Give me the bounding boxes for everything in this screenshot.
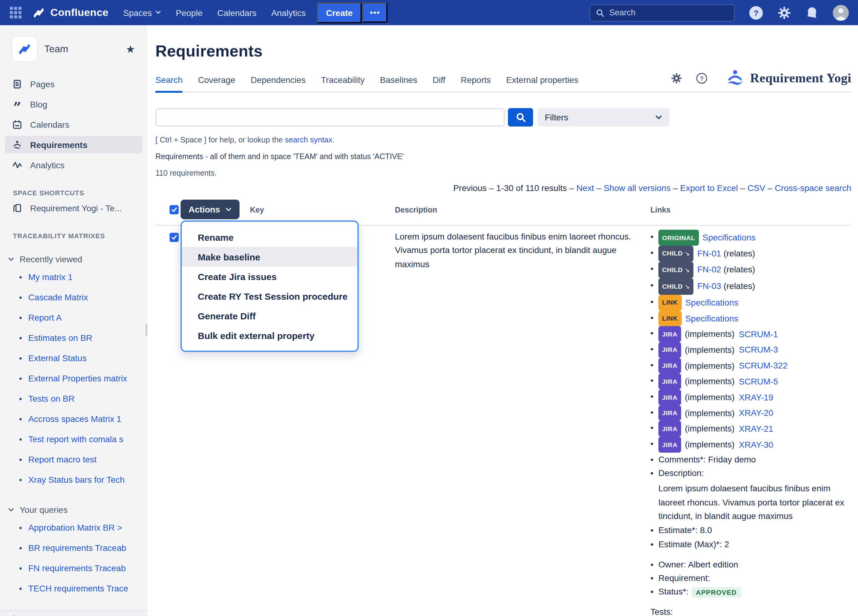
matrix-link-item: Test report with comala s bbox=[0, 429, 148, 450]
sidebar-item-requirements[interactable]: Requirements bbox=[5, 136, 143, 154]
topnav-calendars[interactable]: Calendars bbox=[211, 4, 263, 21]
matrix-link-test-report-with-comala-s[interactable]: Test report with comala s bbox=[28, 434, 123, 444]
sidebar-item-blog[interactable]: ”Blog bbox=[5, 95, 143, 113]
matrix-link-report-a[interactable]: Report A bbox=[28, 313, 62, 322]
sidebar-item-pages[interactable]: Pages bbox=[5, 75, 143, 93]
pagination-next[interactable]: Next bbox=[577, 183, 594, 193]
query-summary: Requirements - all of them and in space … bbox=[155, 152, 851, 161]
requirement-link-scrum-1[interactable]: SCRUM-1 bbox=[739, 329, 778, 339]
filters-dropdown[interactable]: Filters bbox=[538, 108, 670, 126]
search-syntax-link[interactable]: search syntax bbox=[285, 136, 332, 144]
matrix-link-tests-on-br[interactable]: Tests on BR bbox=[28, 394, 75, 403]
row-checkbox[interactable] bbox=[169, 233, 179, 242]
matrix-link-external-properties-matrix[interactable]: External Properties matrix bbox=[28, 373, 127, 383]
requirement-yogi-brand[interactable]: Requirement Yogi bbox=[726, 69, 851, 87]
requirement-link-fn-01[interactable]: FN-01 bbox=[697, 248, 721, 258]
space-logo[interactable] bbox=[12, 37, 37, 61]
matrix-link-br-requirements-traceab[interactable]: BR requirements Traceab bbox=[28, 543, 126, 553]
tab-diff[interactable]: Diff bbox=[433, 69, 446, 92]
tab-external-properties[interactable]: External properties bbox=[506, 69, 578, 92]
matrix-link-report-macro-test[interactable]: Report macro test bbox=[28, 454, 97, 464]
help-icon[interactable]: ? bbox=[748, 5, 764, 20]
menu-item-make-baseline[interactable]: Make baseline bbox=[182, 247, 358, 266]
tab-dependencies[interactable]: Dependencies bbox=[250, 69, 306, 92]
matrix-link-accross-spaces-matrix-1[interactable]: Accross spaces Matrix 1 bbox=[28, 414, 121, 424]
menu-item-rename[interactable]: Rename bbox=[182, 227, 358, 247]
requirement-link-specifications[interactable]: Specifications bbox=[685, 313, 738, 323]
requirement-search-button[interactable] bbox=[508, 108, 533, 126]
jira-badge: JIRA bbox=[658, 326, 681, 342]
property-item: Comments*: Friday demo bbox=[650, 453, 856, 466]
menu-item-generate-diff[interactable]: Generate Diff bbox=[182, 306, 358, 325]
requirement-link-xray-20[interactable]: XRAY-20 bbox=[739, 408, 773, 418]
tab-coverage[interactable]: Coverage bbox=[198, 69, 235, 92]
sidebar-items: Pages”BlogCalendarsRequirementsAnalytics bbox=[0, 75, 148, 174]
pagination-separator: – bbox=[765, 183, 775, 193]
notifications-bell-icon[interactable] bbox=[805, 5, 819, 20]
tab-reports[interactable]: Reports bbox=[461, 69, 491, 92]
requirement-link-scrum-322[interactable]: SCRUM-322 bbox=[739, 361, 788, 370]
matrix-link-estimates-on-br[interactable]: Estimates on BR bbox=[28, 333, 92, 343]
pagination-cross-space-search[interactable]: Cross-space search bbox=[775, 183, 851, 193]
tab-search[interactable]: Search bbox=[155, 69, 183, 93]
user-avatar[interactable] bbox=[832, 4, 849, 21]
topnav-analytics[interactable]: Analytics bbox=[265, 4, 312, 21]
requirements-help-icon[interactable]: ? bbox=[696, 72, 707, 84]
yogi-icon bbox=[12, 140, 22, 149]
topnav-people[interactable]: People bbox=[170, 4, 209, 21]
menu-item-bulk-edit-external-property[interactable]: Bulk edit external property bbox=[182, 325, 358, 345]
select-all-checkbox[interactable] bbox=[169, 205, 179, 214]
settings-gear-icon[interactable] bbox=[777, 5, 792, 20]
group-toggle-recently-viewed[interactable]: Recently viewed bbox=[8, 254, 148, 264]
sidebar-item-analytics[interactable]: Analytics bbox=[5, 156, 143, 174]
tab-traceability[interactable]: Traceability bbox=[321, 69, 365, 92]
confluence-logo[interactable]: Confluence bbox=[31, 5, 109, 20]
group-toggle-your-queries[interactable]: Your queries bbox=[8, 505, 148, 515]
blog-icon: ” bbox=[12, 99, 22, 109]
requirement-link-xray-30[interactable]: XRAY-30 bbox=[739, 439, 773, 449]
requirement-link-specifications[interactable]: Specifications bbox=[685, 297, 738, 307]
matrix-link-fn-requirements-traceab[interactable]: FN requirements Traceab bbox=[28, 563, 126, 573]
results-table: Actions Key Description Links Lorem ipsu… bbox=[155, 200, 851, 605]
space-sidebar: Team ★ Pages”BlogCalendarsRequirementsAn… bbox=[0, 25, 148, 616]
link-badge: LINK bbox=[658, 295, 681, 310]
matrix-link-approbation-matrix-br[interactable]: Approbation Matrix BR > bbox=[28, 523, 122, 532]
menu-item-create-ry-test-session-procedure[interactable]: Create RY Test Session procedure bbox=[182, 286, 358, 306]
requirement-link-xray-19[interactable]: XRAY-19 bbox=[739, 392, 773, 402]
space-tools-bar[interactable]: Space tools bbox=[0, 610, 148, 616]
requirement-link-scrum-3[interactable]: SCRUM-3 bbox=[739, 345, 778, 355]
pagination-show-all-versions[interactable]: Show all versions bbox=[604, 183, 671, 193]
requirement-link-xray-21[interactable]: XRAY-21 bbox=[739, 424, 773, 434]
link-badge: LINK bbox=[658, 310, 681, 326]
tab-baselines[interactable]: Baselines bbox=[380, 69, 417, 92]
requirements-settings-gear-icon[interactable] bbox=[671, 72, 682, 84]
requirement-link-fn-03[interactable]: FN-03 bbox=[697, 281, 721, 291]
sidebar-item-requirement-yogi-te[interactable]: Requirement Yogi - Te... bbox=[5, 199, 143, 217]
create-more-button[interactable]: ••• bbox=[363, 2, 387, 23]
create-button[interactable]: Create bbox=[317, 2, 362, 23]
sidebar-item-calendars[interactable]: Calendars bbox=[5, 115, 143, 133]
menu-item-create-jira-issues[interactable]: Create Jira issues bbox=[182, 266, 358, 286]
matrix-link-external-status[interactable]: External Status bbox=[28, 353, 87, 363]
app-switcher-icon[interactable] bbox=[6, 3, 25, 22]
link-item: LINKSpecifications bbox=[650, 295, 856, 310]
matrix-link-xray-status-bars-for-tech[interactable]: Xray Status bars for Tech bbox=[28, 475, 125, 485]
search-help-line: [ Ctrl + Space ] for help, or lookup the… bbox=[155, 136, 851, 144]
requirement-link-fn-02[interactable]: FN-02 bbox=[697, 265, 721, 275]
topnav-spaces[interactable]: Spaces bbox=[117, 4, 167, 21]
requirement-link-specifications[interactable]: Specifications bbox=[702, 232, 755, 242]
child-badge: CHILD↘ bbox=[658, 262, 694, 278]
requirement-search-input[interactable] bbox=[155, 108, 505, 126]
global-search-input[interactable]: Search bbox=[590, 4, 735, 21]
pagination-csv[interactable]: CSV bbox=[748, 183, 765, 193]
favorite-star-icon[interactable]: ★ bbox=[126, 43, 139, 56]
pagination-export-to-excel[interactable]: Export to Excel bbox=[680, 183, 738, 193]
requirement-link-scrum-5[interactable]: SCRUM-5 bbox=[739, 376, 778, 386]
matrix-link-my-matrix-1[interactable]: My matrix 1 bbox=[28, 272, 73, 282]
filters-label: Filters bbox=[545, 112, 568, 122]
matrix-link-tech-requirements-trace[interactable]: TECH requirements Trace bbox=[28, 583, 128, 593]
matrix-link-cascade-matrix[interactable]: Cascade Matrix bbox=[28, 292, 88, 302]
actions-button[interactable]: Actions bbox=[180, 200, 240, 219]
space-shortcuts-heading: SPACE SHORTCUTS bbox=[13, 189, 148, 196]
group-links: Approbation Matrix BR > BR requirements … bbox=[0, 518, 148, 599]
